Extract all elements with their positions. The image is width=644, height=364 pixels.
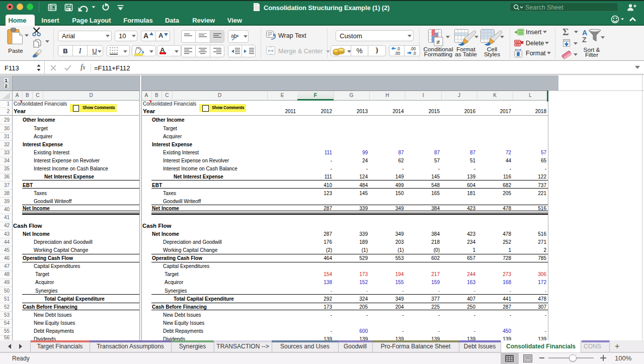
svg-text:.00: .00: [410, 47, 416, 51]
svg-text:≠: ≠: [436, 38, 440, 46]
svg-text:.0: .0: [413, 51, 416, 55]
svg-text:ab: ab: [231, 33, 237, 39]
svg-text:.00: .00: [394, 51, 400, 55]
svg-text:.0: .0: [396, 47, 400, 51]
